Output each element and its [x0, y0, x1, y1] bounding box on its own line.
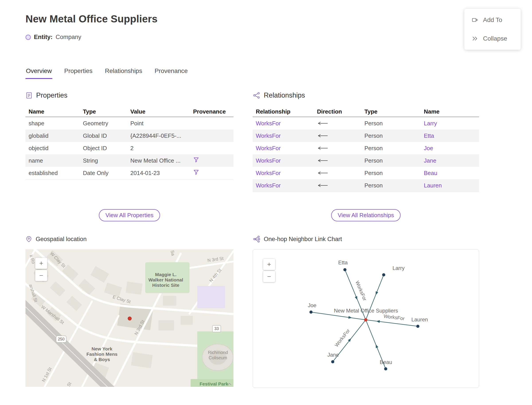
- map-zoom-control: + −: [35, 258, 47, 281]
- col-name: Name: [421, 108, 479, 115]
- relationship-link[interactable]: WorksFor: [253, 132, 314, 139]
- node-joe[interactable]: [309, 310, 313, 314]
- svg-text:250: 250: [58, 337, 65, 341]
- node-label: Larry: [392, 265, 405, 271]
- left-arrow-icon: [317, 134, 328, 138]
- node-label: Jane: [327, 352, 339, 358]
- table-row: WorksFor Person Larry: [253, 117, 479, 129]
- left-arrow-icon: [317, 146, 328, 150]
- entity-link[interactable]: Larry: [421, 120, 479, 127]
- table-row: WorksFor Person Jane: [253, 154, 479, 167]
- tab-overview[interactable]: Overview: [26, 67, 52, 79]
- left-arrow-icon: [317, 183, 328, 187]
- col-type: Type: [80, 108, 127, 115]
- properties-table-header: Name Type Value Provenance: [26, 107, 233, 117]
- table-row: established Date Only 2014-01-23: [26, 167, 233, 179]
- tab-relationships[interactable]: Relationships: [104, 67, 143, 79]
- provenance-icon[interactable]: [193, 157, 199, 163]
- entity-row: Entity: Company: [26, 34, 81, 40]
- table-row: objectid Object ID 2: [26, 142, 233, 154]
- add-to-label: Add To: [483, 16, 502, 24]
- entity-link[interactable]: Jane: [421, 157, 479, 164]
- entity-type-value: Company: [56, 34, 81, 40]
- map[interactable]: 250 33 k Ro W Clay St Sa N 3rd St N 4th …: [26, 249, 233, 387]
- chart-zoom-out-button[interactable]: −: [263, 271, 275, 282]
- route-shield-33: 33: [212, 325, 221, 332]
- table-row: WorksFor Person Joe: [253, 142, 479, 154]
- relationships-section-header: Relationships: [253, 90, 479, 100]
- properties-table: Name Type Value Provenance shape Geometr…: [26, 107, 233, 179]
- node-label: Etta: [338, 259, 348, 265]
- table-row: globalid Global ID {A228944F-0EF5-...: [26, 129, 233, 142]
- node-center[interactable]: [364, 318, 367, 322]
- view-all-properties-button[interactable]: View All Properties: [99, 209, 160, 221]
- route-shield-250: 250: [56, 336, 66, 343]
- left-arrow-icon: [317, 159, 328, 162]
- tab-provenance[interactable]: Provenance: [154, 67, 188, 79]
- entity-link[interactable]: Joe: [421, 145, 479, 152]
- map-zoom-in-button[interactable]: +: [35, 258, 47, 269]
- collapse-button[interactable]: Collapse: [472, 35, 514, 42]
- link-chart-section: One-hop Neighbor Link Chart: [253, 234, 479, 388]
- node-larry[interactable]: [382, 273, 385, 276]
- relationships-table: Relationship Direction Type Name WorksFo…: [253, 107, 479, 192]
- svg-text:Coliseum: Coliseum: [209, 355, 227, 360]
- relationships-table-body: WorksFor Person Larry WorksFor Person Et…: [253, 117, 479, 192]
- left-arrow-icon: [317, 171, 328, 175]
- tab-properties[interactable]: Properties: [64, 67, 93, 79]
- map-marker[interactable]: [128, 317, 132, 320]
- link-chart-section-header: One-hop Neighbor Link Chart: [253, 234, 479, 244]
- table-row: name String New Metal Office ...: [26, 154, 233, 167]
- node-label: Lauren: [412, 317, 428, 323]
- collapse-label: Collapse: [483, 35, 507, 42]
- node-beau[interactable]: [384, 367, 387, 370]
- node-label: Joe: [308, 302, 317, 308]
- link-chart[interactable]: WorksFor WorksFor WorksFor Etta: [253, 249, 479, 388]
- add-to-icon: [472, 16, 479, 24]
- double-chevron-right-icon: [472, 35, 479, 42]
- properties-section-header: Properties: [26, 90, 233, 100]
- table-row: WorksFor Person Etta: [253, 129, 479, 142]
- view-all-relationships-button[interactable]: View All Relationships: [331, 209, 401, 221]
- entity-link[interactable]: Lauren: [421, 182, 479, 189]
- svg-text:33: 33: [214, 326, 219, 331]
- entity-link[interactable]: Etta: [421, 132, 479, 139]
- relationship-link[interactable]: WorksFor: [253, 120, 314, 127]
- svg-text:Richmond: Richmond: [208, 350, 228, 355]
- add-to-button[interactable]: Add To: [472, 16, 514, 24]
- relationship-link[interactable]: WorksFor: [253, 182, 314, 189]
- table-row: WorksFor Person Beau: [253, 167, 479, 179]
- entity-type-icon: [26, 35, 31, 40]
- node-etta[interactable]: [343, 268, 346, 271]
- poi-label-festival-park: Festival Park: [200, 381, 228, 386]
- properties-table-body: shape Geometry Point globalid Global ID …: [26, 117, 233, 179]
- relationship-link[interactable]: WorksFor: [253, 157, 314, 164]
- relationships-table-header: Relationship Direction Type Name: [253, 107, 479, 117]
- entity-detail-page: New Metal Office Suppliers Entity: Compa…: [0, 0, 532, 405]
- svg-text:New York: New York: [92, 346, 112, 351]
- svg-text:& Boys: & Boys: [94, 357, 110, 362]
- svg-text:Historic Site: Historic Site: [152, 283, 180, 288]
- node-lauren[interactable]: [416, 325, 419, 328]
- node-jane[interactable]: [331, 360, 334, 363]
- relationship-link[interactable]: WorksFor: [253, 170, 314, 176]
- link-chart-icon: [253, 236, 260, 243]
- provenance-icon[interactable]: [193, 169, 199, 176]
- properties-section: Properties Name Type Value Provenance sh…: [26, 90, 233, 234]
- page-title: New Metal Office Suppliers: [26, 13, 158, 25]
- entity-label: Entity:: [34, 34, 53, 40]
- chart-zoom-in-button[interactable]: +: [263, 259, 275, 270]
- link-chart-section-title: One-hop Neighbor Link Chart: [264, 236, 342, 243]
- edge-label: WorksFor: [383, 313, 405, 321]
- relationships-icon: [253, 92, 260, 99]
- properties-icon: [26, 92, 33, 99]
- center-node-label: New Metal Office Suppliers: [334, 308, 398, 314]
- map-zoom-out-button[interactable]: −: [35, 270, 47, 281]
- geospatial-section-title: Geospatial location: [36, 236, 87, 243]
- entity-link[interactable]: Beau: [421, 170, 479, 176]
- relationships-section-title: Relationships: [264, 91, 305, 99]
- node-label: Beau: [380, 359, 392, 365]
- relationship-link[interactable]: WorksFor: [253, 145, 314, 152]
- col-value: Value: [127, 108, 190, 115]
- svg-text:Fashion Mens: Fashion Mens: [86, 351, 118, 357]
